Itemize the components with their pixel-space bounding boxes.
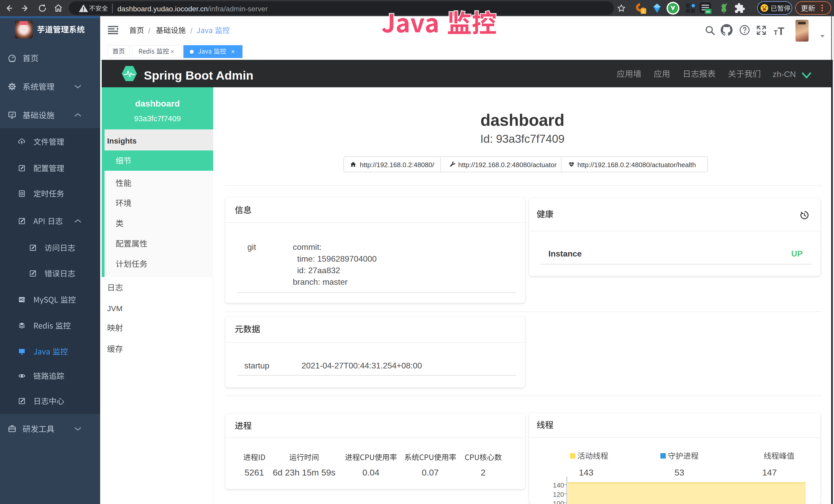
- svg-text:1: 1: [642, 9, 644, 14]
- svg-text:on: on: [706, 9, 710, 13]
